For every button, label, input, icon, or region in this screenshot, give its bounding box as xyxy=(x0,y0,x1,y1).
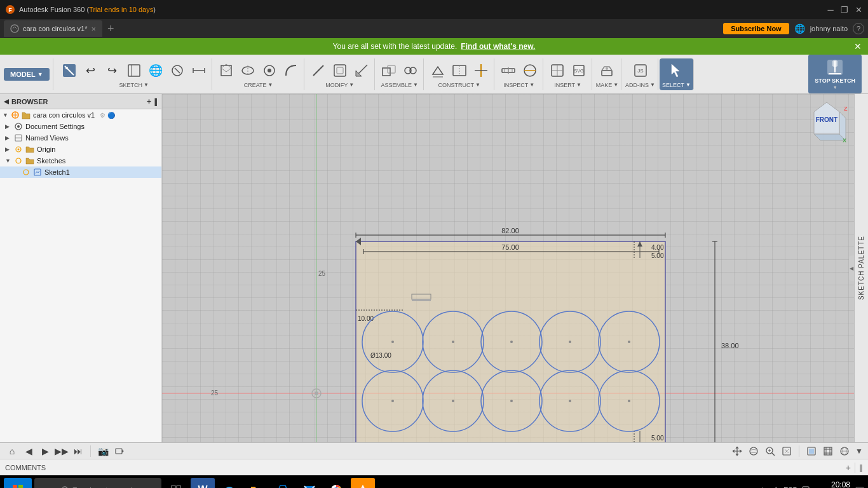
shell-button[interactable] xyxy=(330,60,350,81)
sketch-create-button[interactable] xyxy=(59,60,79,81)
view-cube[interactable]: FRONT Z X xyxy=(804,99,849,144)
insert-label[interactable]: INSERT ▼ xyxy=(554,82,581,88)
zoom-icon xyxy=(765,446,775,456)
environment-button[interactable] xyxy=(837,444,851,458)
joint-button[interactable] xyxy=(400,60,421,81)
grid-button[interactable] xyxy=(821,444,835,458)
new-tab-button[interactable]: + xyxy=(105,22,117,36)
addins-label[interactable]: ADD-INS ▼ xyxy=(625,82,655,88)
globe-view-button[interactable]: 🌐 xyxy=(146,60,166,81)
banner-close-button[interactable]: ✕ xyxy=(854,41,862,51)
restore-button[interactable]: ❐ xyxy=(840,5,849,14)
back-view-button[interactable]: ◀ xyxy=(22,444,36,458)
dimensions-button[interactable] xyxy=(189,60,209,81)
scripts-button[interactable]: JS xyxy=(630,60,651,81)
assemble-icons xyxy=(379,60,421,81)
modify-label[interactable]: MODIFY ▼ xyxy=(325,82,354,88)
insert-svg-button[interactable]: SVG xyxy=(569,60,589,81)
sketch-viewport: 82.00 75.00 38.00 4.00 5.00 5.00 10.00 Ø… xyxy=(162,94,868,442)
section-analysis-button[interactable] xyxy=(520,60,540,81)
marker-25-v: 25 xyxy=(318,270,326,277)
constraints-button[interactable] xyxy=(167,60,187,81)
sketch-palette-button[interactable] xyxy=(124,60,144,81)
model-mode-button[interactable]: MODEL ▼ xyxy=(4,68,50,81)
assemble-label[interactable]: ASSEMBLE ▼ xyxy=(381,82,417,88)
axis-button[interactable] xyxy=(471,60,491,81)
browser-item-doc-settings[interactable]: ▶ Document Settings xyxy=(0,121,161,132)
make-label[interactable]: MAKE ▼ xyxy=(596,82,618,88)
construct-label[interactable]: CONSTRUCT ▼ xyxy=(438,82,480,88)
browser-item-sketches[interactable]: ▼ Sketches xyxy=(0,155,161,166)
select-button[interactable] xyxy=(667,60,687,81)
record-button[interactable] xyxy=(112,444,126,458)
hole-button[interactable] xyxy=(259,60,280,81)
canvas-area[interactable]: 82.00 75.00 38.00 4.00 5.00 5.00 10.00 Ø… xyxy=(162,94,868,442)
svg-point-84 xyxy=(391,341,394,343)
fillet-button[interactable] xyxy=(281,60,301,81)
minimize-button[interactable]: ─ xyxy=(826,5,835,14)
notifications-panel-icon[interactable] xyxy=(855,485,864,488)
browser-collapse-right[interactable]: ‖ xyxy=(154,97,158,106)
add-comment-button[interactable]: + xyxy=(846,463,851,473)
assemble-group-label: ASSEMBLE xyxy=(381,82,412,88)
offset-plane-button[interactable] xyxy=(428,60,448,81)
sketch-palette-handle[interactable]: ◀ xyxy=(849,255,854,281)
browser-item-sketch1[interactable]: ▶ Sketch1 xyxy=(0,166,161,178)
stop-sketch-button[interactable]: STOP SKETCH ▼ xyxy=(808,55,862,93)
comments-collapse[interactable]: ‖ xyxy=(859,463,863,472)
user-name: johnny naito xyxy=(810,25,848,32)
zoom-button[interactable] xyxy=(763,444,777,458)
named-views-icon xyxy=(14,133,23,142)
redo-button[interactable]: ↪ xyxy=(102,60,123,81)
search-button[interactable]: Type here to search xyxy=(34,478,161,488)
sketch-label[interactable]: SKETCH ▼ xyxy=(119,82,148,88)
close-button[interactable]: ✕ xyxy=(854,5,863,14)
last-frame-button[interactable]: ⏭ xyxy=(71,444,85,458)
browser-item-named-views[interactable]: ▶ Named Views xyxy=(0,132,161,144)
fit-icon xyxy=(782,446,792,456)
view-options-dropdown[interactable]: ▼ xyxy=(855,447,863,456)
file-explorer-button[interactable] xyxy=(244,478,268,488)
update-link[interactable]: Find out what's new. xyxy=(461,42,535,51)
task-view-button[interactable] xyxy=(164,478,188,488)
3dprint-button[interactable] xyxy=(597,60,617,81)
fit-button[interactable] xyxy=(780,444,794,458)
revolve-button[interactable] xyxy=(238,60,258,81)
insert-mesh-button[interactable] xyxy=(547,60,567,81)
tab-icon xyxy=(10,24,19,33)
browser-add-button[interactable]: + xyxy=(147,97,151,106)
fusion-button[interactable] xyxy=(351,478,375,488)
browser-collapse-button[interactable]: ◀ xyxy=(4,98,9,105)
close-tab-button[interactable]: × xyxy=(92,24,97,34)
help-icon[interactable]: ? xyxy=(853,23,864,34)
pan-button[interactable] xyxy=(730,444,744,458)
browser-item-root[interactable]: ▼ cara con circulos v1 ⚙ 🔵 xyxy=(0,109,161,121)
forward-button[interactable]: ▶▶ xyxy=(55,444,69,458)
select-label[interactable]: SELECT ▼ xyxy=(662,82,691,88)
measure-button[interactable] xyxy=(498,60,519,81)
home-view-button[interactable]: ⌂ xyxy=(5,444,19,458)
active-tab[interactable]: cara con circulos v1* × xyxy=(4,20,102,37)
fillet-modify-button[interactable] xyxy=(308,60,329,81)
scale-button[interactable] xyxy=(351,60,372,81)
mail-button[interactable] xyxy=(297,478,322,488)
new-component-button[interactable] xyxy=(379,60,399,81)
inspect-label[interactable]: INSPECT ▼ xyxy=(503,82,534,88)
word-button[interactable]: W xyxy=(191,478,215,488)
store-button[interactable] xyxy=(271,478,295,488)
sketch-palette-tab[interactable]: SKETCH PALETTE xyxy=(854,94,868,442)
undo-button[interactable]: ↩ xyxy=(81,60,101,81)
browser-item-origin[interactable]: ▶ Origin xyxy=(0,144,161,155)
midplane-button[interactable] xyxy=(449,60,470,81)
display-mode-button[interactable] xyxy=(804,444,818,458)
start-button[interactable] xyxy=(4,478,32,488)
extrude-button[interactable] xyxy=(216,60,236,81)
chrome-button[interactable] xyxy=(324,478,348,488)
divider xyxy=(53,58,53,90)
play-button[interactable]: ▶ xyxy=(38,444,52,458)
subscribe-button[interactable]: Subscribe Now xyxy=(723,23,789,34)
edge-button[interactable] xyxy=(217,478,241,488)
orbit-button[interactable] xyxy=(747,444,761,458)
create-label[interactable]: CREATE ▼ xyxy=(244,82,273,88)
camera-button[interactable]: 📷 xyxy=(96,444,110,458)
